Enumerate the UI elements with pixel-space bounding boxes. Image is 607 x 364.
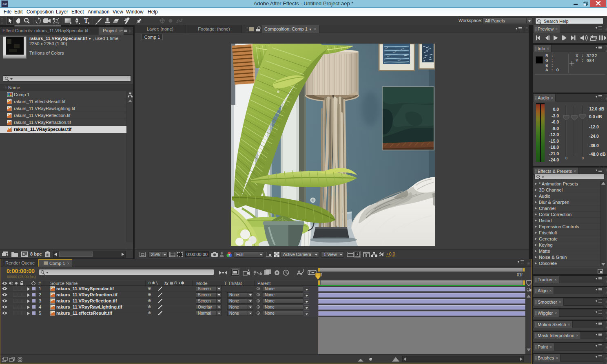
svg-text:0: 0 xyxy=(565,156,567,160)
svg-text:0: 0 xyxy=(582,156,584,160)
